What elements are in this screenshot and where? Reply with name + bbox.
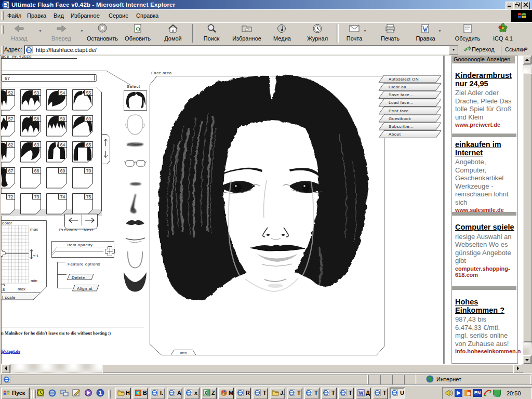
svg-text:74: 74: [60, 194, 65, 200]
svg-text:Delete: Delete: [72, 275, 85, 280]
svg-text:About: About: [389, 132, 401, 137]
svg-text:Item opacity: Item opacity: [67, 243, 92, 247]
svg-text:69: 69: [60, 168, 65, 174]
svg-text:Autoselect ON: Autoselect ON: [389, 77, 419, 82]
svg-text:Print face: Print face: [389, 109, 409, 113]
svg-text:64: 64: [60, 142, 65, 148]
svg-text:Clear all...: Clear all...: [389, 85, 410, 89]
svg-text:52: 52: [8, 90, 14, 96]
svg-text:67: 67: [5, 76, 10, 81]
svg-text:Info: Info: [180, 351, 187, 355]
svg-text:n Malnikov for he didn't leave: n Malnikov for he didn't leave me to die…: [1, 330, 111, 336]
svg-text:55: 55: [86, 90, 91, 96]
svg-text:-8: -8: [1, 287, 5, 292]
svg-text:Save face...: Save face...: [389, 92, 414, 97]
svg-text:Select: Select: [127, 84, 140, 89]
svg-text:Y:1: Y:1: [33, 254, 39, 258]
svg-text:73: 73: [34, 194, 39, 200]
svg-text:54: 54: [60, 90, 65, 96]
svg-text:Feature options: Feature options: [68, 262, 100, 267]
svg-text:max: max: [18, 287, 25, 291]
svg-text:72: 72: [8, 194, 14, 200]
svg-text:1: 1: [99, 390, 102, 396]
svg-text:53: 53: [34, 90, 39, 96]
svg-text:67: 67: [8, 168, 14, 174]
svg-text:Subscribe...: Subscribe...: [389, 124, 414, 129]
svg-text:LITE: LITE: [495, 395, 500, 397]
svg-text:t scale: t scale: [2, 295, 16, 300]
svg-text:58: 58: [34, 116, 39, 122]
svg-text:63: 63: [34, 142, 39, 148]
svg-text:62: 62: [8, 142, 14, 148]
svg-text:color: color: [2, 221, 12, 225]
svg-text:Align at: Align at: [77, 286, 92, 291]
svg-text:70: 70: [86, 168, 91, 174]
svg-text:Face area: Face area: [151, 71, 172, 75]
svg-text:59: 59: [60, 116, 65, 122]
svg-text:Guestbook: Guestbook: [389, 116, 411, 121]
svg-text:max: max: [30, 227, 38, 232]
svg-text:min: min: [31, 278, 37, 283]
svg-text:Previous: Previous: [59, 228, 77, 232]
svg-text:Next: Next: [84, 228, 93, 232]
svg-text:75: 75: [86, 194, 91, 200]
svg-text:Load face...: Load face...: [389, 100, 414, 105]
svg-text:57: 57: [8, 116, 14, 122]
svg-text:68: 68: [34, 168, 39, 174]
svg-text:60: 60: [86, 116, 91, 122]
svg-text:@ctapt.de: @ctapt.de: [1, 349, 20, 354]
svg-text:65: 65: [86, 142, 91, 148]
